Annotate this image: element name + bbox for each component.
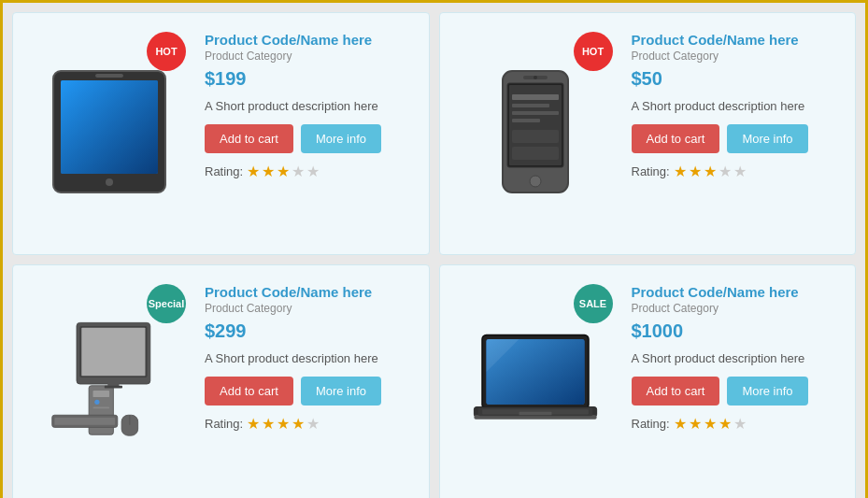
more-info-button-p2[interactable]: More info (727, 124, 807, 153)
product-description-p2: A Short product description here (632, 99, 842, 113)
star-empty: ★ (306, 415, 320, 433)
star-empty: ★ (719, 163, 732, 180)
svg-rect-31 (104, 386, 121, 389)
star-filled: ★ (704, 163, 717, 180)
product-content-p4: Product Code/Name here Product Category … (632, 279, 842, 492)
product-price-p4: $1000 (632, 320, 842, 342)
product-grid: HOT Product Code/Name here Product Categ… (12, 12, 856, 498)
product-name-p3: Product Code/Name here (205, 284, 415, 300)
star-filled: ★ (247, 163, 260, 180)
product-device-image-p4 (470, 319, 601, 453)
product-badge-p1: HOT (147, 32, 186, 71)
product-content-p2: Product Code/Name here Product Category … (632, 27, 842, 240)
product-badge-p4: SALE (574, 284, 613, 323)
star-filled: ★ (704, 415, 717, 433)
product-btn-row-p2: Add to cart More info (632, 124, 842, 153)
svg-point-24 (94, 400, 99, 405)
star-empty: ★ (292, 163, 305, 180)
product-image-area-p3: Special (27, 279, 191, 492)
product-stars-p2: ★★★★★ (674, 163, 747, 180)
star-empty: ★ (306, 163, 320, 180)
product-category-p1: Product Category (205, 50, 415, 63)
product-description-p1: A Short product description here (205, 99, 415, 113)
svg-rect-40 (519, 412, 552, 416)
star-filled: ★ (277, 163, 290, 180)
star-filled: ★ (719, 415, 732, 433)
svg-rect-21 (81, 328, 145, 377)
product-card-p4: SALE (439, 264, 857, 498)
add-to-cart-button-p2[interactable]: Add to cart (632, 124, 720, 153)
product-stars-p1: ★★★★★ (247, 163, 320, 180)
svg-rect-4 (95, 74, 123, 78)
product-content-p3: Product Code/Name here Product Category … (205, 279, 415, 492)
product-name-p4: Product Code/Name here (632, 284, 842, 300)
product-stars-p3: ★★★★★ (247, 415, 320, 433)
svg-rect-2 (61, 80, 158, 174)
star-filled: ★ (262, 163, 275, 180)
product-rating-row-p4: Rating: ★★★★★ (632, 415, 842, 433)
product-card-p1: HOT Product Code/Name here Product Categ… (12, 12, 430, 255)
star-filled: ★ (292, 415, 305, 433)
product-card-p2: HOT Product Code/Name here Prod (439, 12, 857, 255)
svg-rect-10 (512, 104, 549, 107)
rating-label-p1: Rating: (205, 164, 243, 178)
add-to-cart-button-p1[interactable]: Add to cart (205, 124, 293, 153)
product-device-image-p3 (44, 319, 175, 453)
star-filled: ★ (689, 415, 702, 433)
product-name-p1: Product Code/Name here (205, 32, 415, 48)
svg-point-3 (106, 178, 113, 186)
star-filled: ★ (674, 163, 687, 180)
product-rating-row-p2: Rating: ★★★★★ (632, 163, 842, 180)
product-price-p1: $199 (205, 68, 415, 90)
svg-rect-25 (92, 407, 109, 409)
product-image-area-p4: SALE (454, 279, 618, 492)
star-filled: ★ (674, 415, 687, 433)
star-empty: ★ (733, 415, 747, 433)
more-info-button-p4[interactable]: More info (727, 377, 807, 406)
product-stars-p4: ★★★★★ (674, 415, 747, 433)
product-badge-p2: HOT (574, 32, 613, 71)
svg-rect-11 (512, 111, 559, 115)
product-rating-row-p3: Rating: ★★★★★ (205, 415, 415, 433)
svg-rect-14 (512, 147, 559, 160)
product-price-p2: $50 (632, 68, 842, 90)
product-image-area-p1: HOT (27, 27, 191, 240)
product-device-image-p2 (470, 66, 601, 201)
add-to-cart-button-p4[interactable]: Add to cart (632, 377, 720, 406)
star-filled: ★ (277, 415, 290, 433)
product-description-p4: A Short product description here (632, 351, 842, 365)
svg-rect-13 (512, 130, 559, 143)
star-filled: ★ (262, 415, 275, 433)
more-info-button-p1[interactable]: More info (301, 124, 381, 153)
add-to-cart-button-p3[interactable]: Add to cart (205, 377, 293, 406)
star-filled: ★ (247, 415, 260, 433)
product-image-area-p2: HOT (454, 27, 618, 240)
svg-rect-23 (92, 391, 109, 397)
product-category-p2: Product Category (632, 50, 842, 63)
svg-point-15 (530, 176, 541, 187)
product-btn-row-p1: Add to cart More info (205, 124, 415, 153)
svg-rect-9 (512, 94, 559, 100)
star-filled: ★ (689, 163, 702, 180)
product-name-p2: Product Code/Name here (632, 32, 842, 48)
product-category-p3: Product Category (205, 302, 415, 315)
star-empty: ★ (733, 163, 747, 180)
product-content-p1: Product Code/Name here Product Category … (205, 27, 415, 240)
rating-label-p2: Rating: (632, 164, 670, 178)
product-btn-row-p4: Add to cart More info (632, 377, 842, 406)
product-category-p4: Product Category (632, 302, 842, 315)
svg-point-17 (534, 76, 537, 79)
rating-label-p4: Rating: (632, 417, 670, 431)
product-card-p3: Special Product (12, 264, 430, 498)
product-device-image-p1 (44, 66, 175, 201)
rating-label-p3: Rating: (205, 417, 243, 431)
svg-rect-27 (54, 418, 115, 425)
product-price-p3: $299 (205, 320, 415, 342)
product-rating-row-p1: Rating: ★★★★★ (205, 163, 415, 180)
product-badge-p3: Special (147, 284, 186, 323)
svg-rect-12 (512, 119, 540, 122)
more-info-button-p3[interactable]: More info (301, 377, 381, 406)
product-btn-row-p3: Add to cart More info (205, 377, 415, 406)
product-description-p3: A Short product description here (205, 351, 415, 365)
